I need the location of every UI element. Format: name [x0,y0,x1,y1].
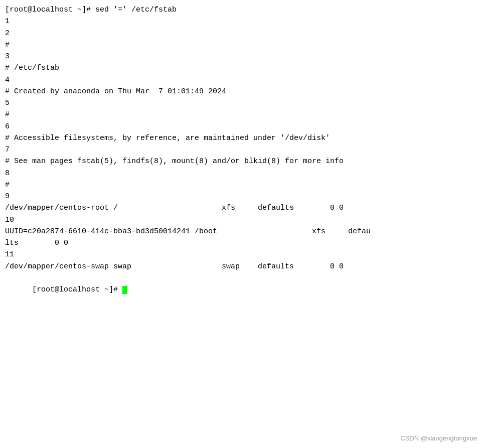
terminal-line: 3 [5,51,478,62]
terminal-line: 10 [5,214,478,226]
terminal-line: 8 [5,168,478,179]
terminal-line: 4 [5,74,478,86]
terminal-line: # [5,39,478,51]
terminal-line: 7 [5,144,478,156]
terminal-line: 9 [5,191,478,202]
terminal-line: /dev/mapper/centos-root / xfs defaults 0… [5,202,478,214]
terminal-window: [root@localhost ~]# sed '=' /etc/fstab 1… [0,0,483,448]
terminal-line: 2 [5,28,478,39]
terminal-prompt: [root@localhost ~]# [32,285,122,294]
terminal-line: 6 [5,121,478,132]
terminal-cursor [122,286,127,294]
terminal-line: /dev/mapper/centos-swap swap swap defaul… [5,261,478,272]
terminal-output: [root@localhost ~]# sed '=' /etc/fstab 1… [5,4,478,308]
terminal-line: UUID=c20a2874-6610-414c-bba3-bd3d5001424… [5,226,478,237]
terminal-line: 11 [5,249,478,260]
terminal-line: [root@localhost ~]# sed '=' /etc/fstab [5,4,478,16]
terminal-line: # [5,109,478,120]
terminal-line: 5 [5,97,478,109]
terminal-line: # See man pages fstab(5), findfs(8), mou… [5,156,478,167]
terminal-line: # /etc/fstab [5,62,478,74]
terminal-line: 1 [5,16,478,27]
terminal-line: # Created by anaconda on Thu Mar 7 01:01… [5,86,478,97]
terminal-prompt-line[interactable]: [root@localhost ~]# [5,272,478,308]
terminal-line: lts 0 0 [5,237,478,249]
watermark: CSDN @xiaogengtongxue [400,434,477,442]
terminal-line: # Accessible filesystems, by reference, … [5,132,478,144]
terminal-line: # [5,179,478,191]
